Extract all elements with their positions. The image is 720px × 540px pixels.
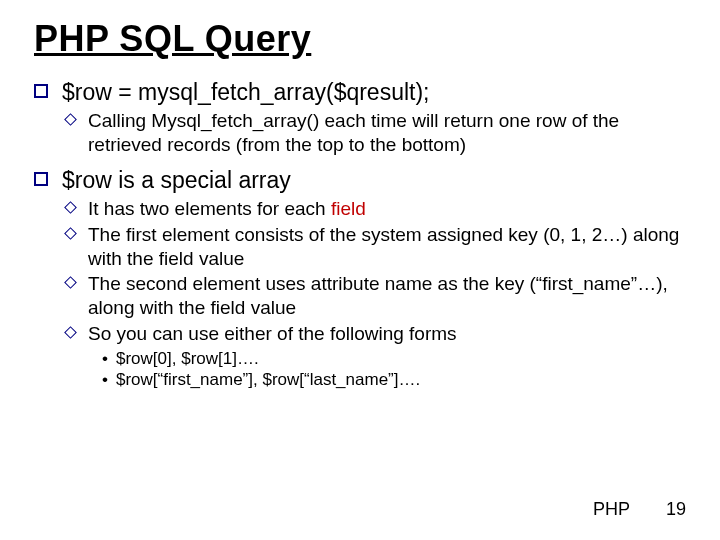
sub-2-4-text: So you can use either of the following f…	[88, 323, 457, 344]
sub-item-2-2: The first element consists of the system…	[62, 223, 686, 271]
diamond-bullet-icon	[64, 113, 77, 126]
sub-list-1: Calling Mysql_fetch_array() each time wi…	[62, 109, 686, 157]
bullet-2-text: $row is a special array	[62, 167, 291, 193]
diamond-bullet-icon	[64, 326, 77, 339]
sub-2-1-pre: It has two elements for each	[88, 198, 331, 219]
bullet-list: $row = mysql_fetch_array($qresult); Call…	[34, 78, 686, 390]
diamond-bullet-icon	[64, 201, 77, 214]
sub-item-2-1: It has two elements for each field	[62, 197, 686, 221]
sub-sub-b-text: $row[“first_name”], $row[“last_name”]….	[116, 370, 420, 389]
sub-sub-item-b: $row[“first_name”], $row[“last_name”]….	[102, 369, 686, 390]
sub-item-2-4: So you can use either of the following f…	[62, 322, 686, 390]
bullet-item-1: $row = mysql_fetch_array($qresult); Call…	[34, 78, 686, 156]
footer-label: PHP	[593, 499, 630, 520]
sub-2-1-highlight: field	[331, 198, 366, 219]
sub-2-3-text: The second element uses attribute name a…	[88, 273, 668, 318]
square-bullet-icon	[34, 84, 48, 98]
slide: PHP SQL Query $row = mysql_fetch_array($…	[0, 0, 720, 540]
page-number: 19	[666, 499, 686, 520]
sub-list-2: It has two elements for each field The f…	[62, 197, 686, 390]
bullet-item-2: $row is a special array It has two eleme…	[34, 166, 686, 390]
sub-sub-a-text: $row[0], $row[1]….	[116, 349, 259, 368]
sub-item-2-3: The second element uses attribute name a…	[62, 272, 686, 320]
diamond-bullet-icon	[64, 227, 77, 240]
bullet-1-text: $row = mysql_fetch_array($qresult);	[62, 79, 430, 105]
square-bullet-icon	[34, 172, 48, 186]
sub-sub-list: $row[0], $row[1]…. $row[“first_name”], $…	[102, 348, 686, 391]
sub-1-1-text: Calling Mysql_fetch_array() each time wi…	[88, 110, 619, 155]
sub-item-1-1: Calling Mysql_fetch_array() each time wi…	[62, 109, 686, 157]
sub-sub-item-a: $row[0], $row[1]….	[102, 348, 686, 369]
diamond-bullet-icon	[64, 276, 77, 289]
sub-2-2-text: The first element consists of the system…	[88, 224, 679, 269]
slide-title: PHP SQL Query	[34, 18, 686, 60]
